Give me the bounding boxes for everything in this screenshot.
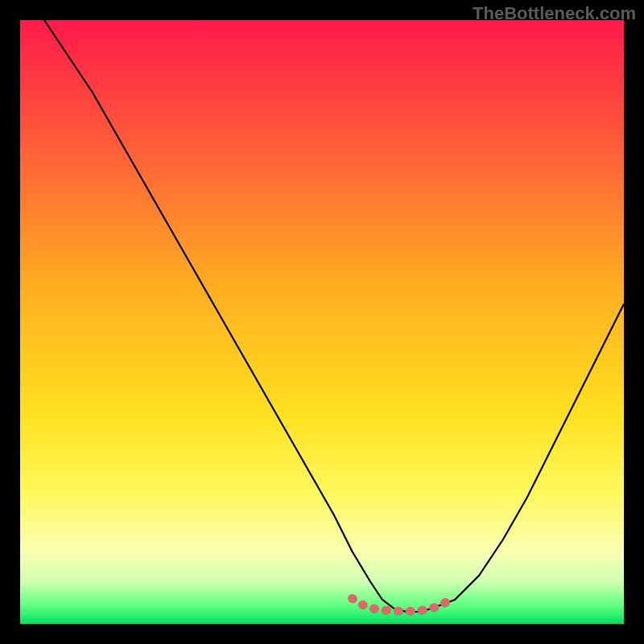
bottleneck-chart xyxy=(20,20,624,624)
chart-container xyxy=(20,20,624,624)
watermark-text: TheBottleneck.com xyxy=(473,3,636,24)
gradient-background xyxy=(20,20,624,624)
